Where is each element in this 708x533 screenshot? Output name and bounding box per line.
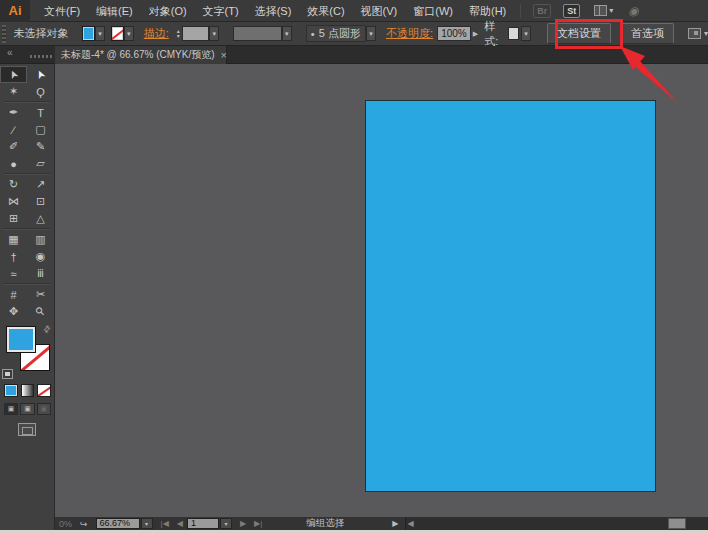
artboard-dropdown-icon[interactable]: ▾ bbox=[220, 518, 232, 529]
canvas-pasteboard[interactable] bbox=[55, 64, 708, 517]
paintbrush-tool[interactable]: ✐ bbox=[0, 138, 27, 155]
menu-file[interactable]: 文件(F) bbox=[36, 0, 88, 22]
column-graph-tool[interactable]: ⅲ bbox=[27, 265, 54, 282]
status-menu-icon[interactable]: ▶ bbox=[392, 519, 398, 528]
stroke-color-swatch[interactable] bbox=[111, 26, 123, 41]
export-icon[interactable]: ↪ bbox=[80, 519, 88, 529]
eraser-tool[interactable]: ▱ bbox=[27, 155, 54, 172]
default-fill-stroke-icon[interactable] bbox=[2, 369, 13, 379]
direct-selection-tool-icon: ➤ bbox=[33, 68, 49, 82]
tool-separator bbox=[4, 101, 50, 103]
document-tab[interactable]: 未标题-4* @ 66.67% (CMYK/预览) × bbox=[55, 46, 227, 64]
slice-tool[interactable]: ✂ bbox=[27, 286, 54, 303]
pen-tool[interactable]: ✒ bbox=[0, 104, 27, 121]
previous-artboard-icon[interactable]: ◀ bbox=[177, 519, 183, 528]
menu-effect[interactable]: 效果(C) bbox=[299, 0, 352, 22]
hand-tool[interactable]: ✥ bbox=[0, 303, 27, 320]
menu-select[interactable]: 选择(S) bbox=[247, 0, 300, 22]
toolbar-gripper[interactable] bbox=[30, 55, 54, 58]
scroll-left-icon[interactable]: ◀ bbox=[408, 519, 414, 528]
panel-options-icon[interactable]: ▾ bbox=[688, 28, 708, 39]
cs-live-icon[interactable]: ◉ bbox=[628, 4, 641, 18]
selection-tool[interactable]: ➤ bbox=[0, 66, 27, 83]
blob-brush-tool-icon: ● bbox=[10, 158, 17, 170]
blend-tool[interactable]: ◉ bbox=[27, 248, 54, 265]
lasso-tool[interactable]: Ϙ bbox=[27, 83, 54, 100]
magic-wand-tool[interactable]: ✶ bbox=[0, 83, 27, 100]
pencil-tool[interactable]: ✎ bbox=[27, 138, 54, 155]
perspective-grid-tool[interactable]: △ bbox=[27, 210, 54, 227]
menu-view[interactable]: 视图(V) bbox=[353, 0, 406, 22]
next-artboard-icon[interactable]: ▶ bbox=[240, 519, 246, 528]
menu-edit[interactable]: 编辑(E) bbox=[88, 0, 141, 22]
stock-icon[interactable]: St bbox=[563, 4, 580, 18]
control-bar-gripper[interactable] bbox=[2, 25, 6, 43]
fill-stroke-zone: ⇄ bbox=[0, 324, 54, 380]
rotate-tool[interactable]: ↻ bbox=[0, 176, 27, 193]
menu-object[interactable]: 对象(O) bbox=[141, 0, 195, 22]
stroke-weight-input[interactable] bbox=[182, 26, 209, 41]
last-artboard-icon[interactable]: ▶| bbox=[254, 519, 262, 528]
brush-definition-select[interactable]: • 5 点圆形 bbox=[306, 25, 366, 42]
blob-brush-tool[interactable]: ● bbox=[0, 155, 27, 172]
opacity-input[interactable]: 100% bbox=[437, 26, 471, 41]
artboard-tool[interactable]: # bbox=[0, 286, 27, 303]
zoom-dropdown-icon[interactable]: ▾ bbox=[141, 518, 153, 529]
document-tab-title: 未标题-4* @ 66.67% (CMYK/预览) bbox=[61, 48, 215, 62]
menu-window[interactable]: 窗口(W) bbox=[405, 0, 461, 22]
shape-builder-tool[interactable]: ⊞ bbox=[0, 210, 27, 227]
column-graph-tool-icon: ⅲ bbox=[37, 267, 44, 280]
stroke-dropdown-icon[interactable]: ▾ bbox=[124, 26, 134, 41]
workspace-switcher-icon[interactable]: ▾ bbox=[594, 5, 613, 16]
swap-fill-stroke-icon[interactable]: ⇄ bbox=[41, 323, 53, 335]
stroke-weight-link[interactable]: 描边: bbox=[144, 26, 169, 41]
screen-mode-icon[interactable] bbox=[18, 423, 36, 436]
gradient-tool[interactable]: ▥ bbox=[27, 231, 54, 248]
mesh-tool[interactable]: ▦ bbox=[0, 231, 27, 248]
toolbar-fill-swatch[interactable] bbox=[6, 326, 36, 353]
brush-dropdown-icon[interactable]: ▾ bbox=[366, 26, 376, 41]
scale-tool[interactable]: ↗ bbox=[27, 176, 54, 193]
status-tool-label: 编组选择 bbox=[306, 517, 344, 530]
artboard-blue-rectangle[interactable] bbox=[365, 100, 656, 492]
menu-type[interactable]: 文字(T) bbox=[195, 0, 247, 22]
artboard-number-input[interactable]: 1 bbox=[187, 518, 219, 529]
color-button[interactable] bbox=[4, 384, 18, 397]
symbol-sprayer-tool[interactable]: ≈ bbox=[0, 265, 27, 282]
line-segment-tool[interactable]: ∕ bbox=[0, 121, 27, 138]
bridge-icon[interactable]: Br bbox=[533, 4, 551, 18]
shape-builder-tool-icon: ⊞ bbox=[9, 212, 18, 225]
close-icon[interactable]: × bbox=[221, 49, 227, 61]
gradient-button[interactable] bbox=[21, 384, 35, 397]
scrollbar-thumb[interactable] bbox=[668, 518, 686, 529]
zoom-tool[interactable]: ⚲ bbox=[27, 303, 54, 320]
zoom-tool-icon: ⚲ bbox=[33, 304, 48, 319]
none-button[interactable] bbox=[37, 384, 51, 397]
stroke-profile-select[interactable] bbox=[233, 26, 281, 41]
tool-separator bbox=[4, 228, 50, 230]
direct-selection-tool[interactable]: ➤ bbox=[27, 66, 54, 83]
horizontal-scrollbar[interactable]: ◀ bbox=[405, 517, 708, 530]
fill-dropdown-icon[interactable]: ▾ bbox=[95, 26, 105, 41]
rotate-tool-icon: ↻ bbox=[9, 178, 18, 191]
width-tool[interactable]: ⋈ bbox=[0, 193, 27, 210]
first-artboard-icon[interactable]: |◀ bbox=[161, 519, 169, 528]
rectangle-tool[interactable]: ▢ bbox=[27, 121, 54, 138]
zoom-level-input[interactable]: 66.67% bbox=[96, 518, 140, 529]
style-swatch[interactable] bbox=[508, 27, 519, 40]
stroke-profile-dropdown-icon[interactable]: ▾ bbox=[282, 26, 292, 41]
collapse-panel-icon[interactable]: « bbox=[7, 47, 13, 58]
free-transform-tool[interactable]: ⊡ bbox=[27, 193, 54, 210]
stroke-weight-stepper[interactable]: ▴ ▾ bbox=[177, 29, 180, 39]
draw-inside-icon[interactable]: ▣ bbox=[37, 403, 51, 415]
draw-behind-icon[interactable]: ▣ bbox=[20, 403, 34, 415]
draw-normal-icon[interactable]: ▣ bbox=[4, 403, 18, 415]
spinner-down-icon[interactable]: ▾ bbox=[177, 34, 180, 39]
opacity-link[interactable]: 不透明度: bbox=[386, 26, 433, 41]
fill-color-swatch[interactable] bbox=[82, 26, 94, 41]
type-tool[interactable]: T bbox=[27, 104, 54, 121]
eyedropper-tool[interactable]: † bbox=[0, 248, 27, 265]
stroke-weight-dropdown-icon[interactable]: ▾ bbox=[209, 26, 219, 41]
opacity-spinner-icon[interactable]: ▶ bbox=[473, 30, 478, 38]
style-dropdown-icon[interactable]: ▾ bbox=[521, 26, 531, 41]
